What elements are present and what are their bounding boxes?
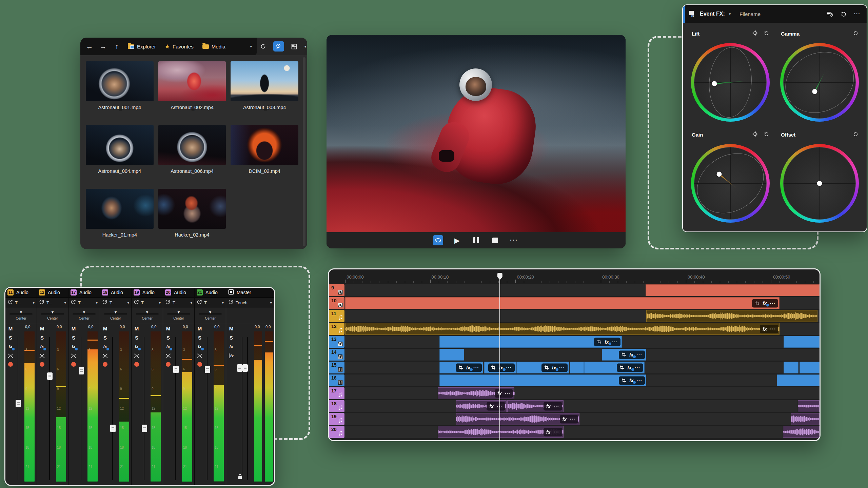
video-clip[interactable] [777, 374, 820, 386]
refresh-button[interactable] [258, 41, 269, 52]
play-button[interactable]: ▶ [452, 235, 462, 245]
more-button[interactable]: ··· [509, 235, 519, 245]
track-lane[interactable] [345, 310, 820, 322]
track-lane[interactable]: fx··· [345, 413, 820, 425]
audio-clip[interactable]: fx··· [456, 400, 506, 412]
audio-clip[interactable]: fx··· [438, 387, 515, 399]
clip-fx-button[interactable]: fx [563, 417, 567, 422]
track-lane[interactable]: fx··· [345, 336, 820, 348]
clip-fx-button[interactable]: fx [627, 365, 631, 370]
insert-fx-button[interactable]: fx [135, 344, 138, 350]
wheel-indicator-dot[interactable] [716, 172, 722, 177]
insert-fx-button[interactable]: fx [40, 344, 44, 350]
clip-fx-button[interactable]: fx [546, 404, 550, 409]
solo-button[interactable]: S [135, 334, 138, 341]
video-clip[interactable]: fx··· [439, 336, 622, 348]
media-item[interactable]: Astronaut_004.mp4 [86, 125, 154, 174]
loop-button[interactable] [433, 235, 443, 245]
automation-caret-icon[interactable]: ▾ [127, 301, 129, 305]
audio-clip[interactable]: fx··· [507, 400, 563, 412]
clip-more-button[interactable]: ··· [473, 365, 479, 370]
astro2-thumbnail[interactable] [158, 61, 226, 101]
video-clip[interactable] [784, 362, 799, 373]
clip-fx-button[interactable]: fx [546, 430, 550, 434]
video-clip[interactable] [570, 362, 584, 373]
media-item[interactable]: Hacker_02.mp4 [158, 189, 226, 238]
pan-handle[interactable]: ▼ [114, 310, 118, 314]
astro1-thumbnail[interactable] [86, 61, 154, 101]
track-header[interactable]: 11 [329, 310, 344, 322]
record-arm-button[interactable] [103, 362, 107, 367]
fader-handle[interactable] [79, 367, 84, 374]
video-clip[interactable] [646, 284, 820, 296]
back-arrow-icon[interactable]: ← [85, 42, 94, 50]
track-lane[interactable]: fx··· [345, 374, 820, 386]
view-dropdown-caret-icon[interactable]: ▾ [304, 44, 307, 49]
mute-button[interactable]: M [135, 325, 139, 331]
track-header[interactable]: 10 [329, 297, 344, 309]
mute-button[interactable]: M [40, 325, 44, 331]
track-header[interactable]: 13 [329, 336, 344, 348]
audio-clip[interactable] [791, 413, 820, 425]
track-header[interactable]: 12 [329, 323, 344, 335]
pan-handle[interactable]: ▼ [51, 310, 55, 314]
hacker1-thumbnail[interactable] [86, 189, 154, 229]
solo-button[interactable]: S [9, 334, 12, 341]
crop-icon[interactable] [622, 352, 626, 357]
crossfade-icon[interactable] [165, 353, 171, 359]
mute-button[interactable]: M [166, 325, 171, 331]
media-item[interactable]: Astronaut_003.mp4 [231, 61, 298, 110]
track-header[interactable]: 18 [329, 400, 344, 412]
fader-handle[interactable] [142, 425, 147, 432]
solo-button[interactable]: S [40, 334, 44, 341]
track-lane[interactable] [345, 284, 820, 296]
automation-caret-icon[interactable]: ▾ [270, 301, 272, 305]
dcim-thumbnail[interactable] [231, 125, 298, 165]
clip-more-button[interactable]: ··· [506, 365, 512, 370]
media-item[interactable]: Astronaut_002.mp4 [158, 61, 226, 110]
video-clip[interactable]: fx··· [584, 362, 645, 373]
crop-icon[interactable] [491, 365, 496, 370]
mute-button[interactable]: M [8, 325, 13, 331]
path-dropdown-caret-icon[interactable]: ▾ [250, 44, 252, 49]
crossfade-icon[interactable] [102, 353, 108, 359]
video-clip[interactable] [439, 349, 464, 361]
insert-fx-button[interactable]: fx [72, 344, 75, 350]
automation-caret-icon[interactable]: ▾ [222, 301, 224, 305]
track-header[interactable]: 9 [329, 284, 344, 296]
audio-clip[interactable] [646, 310, 817, 322]
track-header[interactable]: 15 [329, 362, 344, 373]
gain-color-wheel[interactable] [691, 144, 770, 223]
wheel-indicator-dot[interactable] [812, 89, 817, 94]
track-lane[interactable]: fx··· [345, 426, 820, 438]
insert-fx-button[interactable]: fx [229, 344, 233, 350]
gamma-color-wheel[interactable] [780, 43, 859, 122]
track-lane[interactable]: fx··· [345, 349, 820, 361]
clip-fx-button[interactable]: fx [763, 301, 767, 306]
clip-more-button[interactable]: ··· [635, 365, 640, 370]
pan-handle[interactable]: ▼ [177, 310, 181, 314]
pan-handle[interactable]: ▼ [145, 310, 149, 314]
up-arrow-icon[interactable]: ↑ [112, 42, 121, 50]
track-lane[interactable]: fx···fx··· [345, 400, 820, 412]
lift-color-wheel[interactable] [691, 43, 770, 122]
astro6-thumbnail[interactable] [158, 125, 226, 165]
clip-more-button[interactable]: ··· [570, 417, 575, 422]
track-lane[interactable]: fx···fx···fx···fx··· [345, 362, 820, 373]
clip-fx-button[interactable]: fx [763, 327, 767, 331]
track-lane[interactable]: fx··· [345, 297, 820, 309]
fader-handle[interactable] [47, 372, 53, 380]
mute-button[interactable]: M [72, 325, 76, 331]
media-item[interactable]: Astronaut_001.mp4 [86, 61, 154, 110]
automation-caret-icon[interactable]: ▾ [64, 301, 66, 305]
bypass-fx-button[interactable] [825, 9, 835, 19]
forward-arrow-icon[interactable]: → [99, 42, 107, 50]
media-item[interactable]: Hacker_01.mp4 [86, 189, 154, 238]
mute-button[interactable]: M [103, 325, 107, 331]
clip-fx-button[interactable]: fx [489, 404, 493, 409]
solo-button[interactable]: S [166, 334, 170, 341]
track-header[interactable]: 19 [329, 413, 344, 425]
fader-handle[interactable] [110, 425, 116, 432]
filename-field[interactable]: Filename [739, 11, 761, 17]
audio-clip[interactable] [783, 426, 820, 438]
